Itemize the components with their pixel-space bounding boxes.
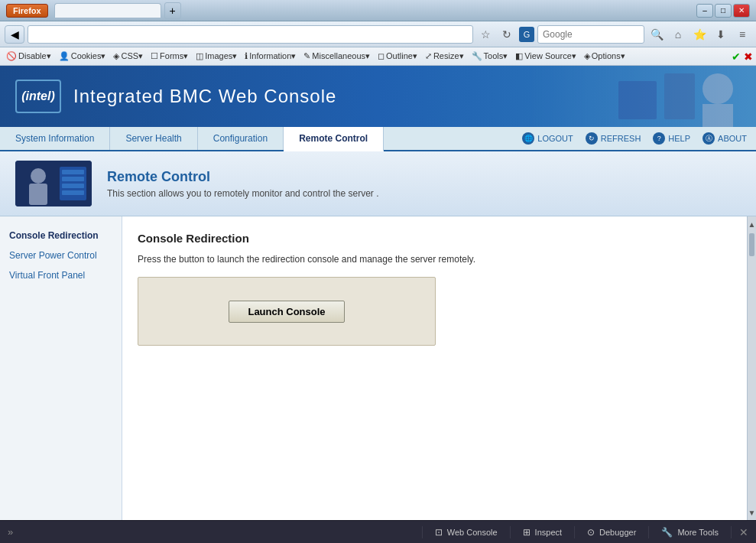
checkmark-green-icon: ✔ xyxy=(732,50,741,63)
bookmarks-button[interactable]: ⭐ xyxy=(690,25,709,44)
toolbar-view-source[interactable]: ◧ View Source▾ xyxy=(512,50,579,62)
page-header-text: Remote Control This section allows you t… xyxy=(107,169,379,199)
browser-tab[interactable] xyxy=(54,3,161,18)
resize-icon: ⤢ xyxy=(425,51,432,61)
scroll-track[interactable] xyxy=(748,258,756,505)
scroll-thumb[interactable] xyxy=(749,233,754,256)
status-tool-web-console[interactable]: ⊡ Web Console xyxy=(422,526,510,538)
tab-configuration[interactable]: Configuration xyxy=(198,127,284,150)
svg-rect-12 xyxy=(62,190,84,195)
about-action[interactable]: Ⓐ ABOUT xyxy=(702,132,747,145)
downloads-button[interactable]: ⬇ xyxy=(712,25,730,44)
minimize-button[interactable]: – xyxy=(696,4,713,18)
toolbar-cookies[interactable]: 👤 Cookies▾ xyxy=(56,50,109,62)
page-header-icon xyxy=(15,161,92,206)
web-console-icon: ⊡ xyxy=(435,527,443,538)
nav-tabs: System Information Server Health Configu… xyxy=(0,127,756,151)
page-description: This section allows you to remotely moni… xyxy=(107,188,379,199)
bmc-title: Integrated BMC Web Console xyxy=(73,86,336,107)
outline-icon: ◻ xyxy=(378,51,384,61)
scroll-down-button[interactable]: ▼ xyxy=(748,505,756,520)
nav-tab-actions: 🌐 LOGOUT ↻ REFRESH ? HELP Ⓐ ABOUT xyxy=(522,127,756,150)
about-icon: Ⓐ xyxy=(702,132,715,145)
back-button[interactable]: ◀ xyxy=(5,25,24,44)
toolbar-images[interactable]: ◫ Images▾ xyxy=(193,50,240,62)
tab-title-input[interactable] xyxy=(61,6,153,15)
tab-remote-control[interactable]: Remote Control xyxy=(284,127,384,151)
svg-rect-11 xyxy=(62,184,84,188)
toolbar-tools[interactable]: 🔧 Tools▾ xyxy=(469,50,511,62)
toolbar-outline[interactable]: ◻ Outline▾ xyxy=(375,50,420,62)
main-wrapper: (intel) Integrated BMC Web Console Syste… xyxy=(0,66,756,520)
help-action[interactable]: ? HELP xyxy=(653,132,690,145)
logout-action[interactable]: 🌐 LOGOUT xyxy=(522,132,573,145)
section-title: Console Redirection xyxy=(138,232,732,245)
toolbar-miscellaneous[interactable]: ✎ Miscellaneous▾ xyxy=(300,50,373,62)
status-close-button[interactable]: ✕ xyxy=(731,526,756,538)
title-bar: Firefox + – □ ✕ xyxy=(0,0,756,21)
url-input[interactable] xyxy=(28,25,473,44)
svg-point-6 xyxy=(31,168,46,184)
status-tool-more-tools[interactable]: 🔧 More Tools xyxy=(648,526,731,538)
svg-rect-7 xyxy=(29,184,47,205)
options-icon: ◈ xyxy=(584,51,590,61)
sidebar-item-console-redirection[interactable]: Console Redirection xyxy=(0,226,122,245)
inspect-icon: ⊞ xyxy=(523,527,530,538)
new-tab-button[interactable]: + xyxy=(164,2,181,19)
debugger-icon: ⊙ xyxy=(587,527,595,538)
status-tool-inspect[interactable]: ⊞ Inspect xyxy=(510,526,574,538)
scrollbar[interactable]: ▲ ▼ xyxy=(747,216,756,520)
menu-button[interactable]: ≡ xyxy=(733,25,751,44)
page-header: Remote Control This section allows you t… xyxy=(0,151,756,216)
search-input[interactable] xyxy=(537,25,644,44)
search-engine-icon: G xyxy=(519,27,534,42)
toolbar-checkmarks: ✔ ✖ xyxy=(732,50,753,63)
tab-system-information[interactable]: System Information xyxy=(0,127,110,150)
svg-point-1 xyxy=(702,73,733,104)
help-icon: ? xyxy=(653,132,665,145)
forms-icon: ☐ xyxy=(151,51,158,61)
status-tool-debugger[interactable]: ⊙ Debugger xyxy=(574,526,648,538)
scroll-up-button[interactable]: ▲ xyxy=(748,216,756,232)
status-bar: » ⊡ Web Console ⊞ Inspect ⊙ Debugger 🔧 M… xyxy=(0,520,756,543)
disable-icon: 🚫 xyxy=(6,51,17,61)
checkmark-red-icon: ✖ xyxy=(744,50,753,63)
more-tools-icon: 🔧 xyxy=(661,527,673,538)
refresh-icon[interactable]: ↻ xyxy=(498,25,516,44)
toolbar-forms[interactable]: ☐ Forms▾ xyxy=(148,50,191,62)
firefox-menu-button[interactable]: Firefox xyxy=(6,4,48,18)
toolbar-css[interactable]: ◈ CSS▾ xyxy=(110,50,146,62)
close-button[interactable]: ✕ xyxy=(733,4,750,18)
maximize-button[interactable]: □ xyxy=(715,4,732,18)
navigation-bar: ◀ ☆ ↻ G 🔍 ⌂ ⭐ ⬇ ≡ xyxy=(0,21,756,47)
section-description: Press the button to launch the redirecti… xyxy=(138,254,732,265)
information-icon: ℹ xyxy=(245,51,248,61)
sidebar: Console Redirection Server Power Control… xyxy=(0,216,122,520)
bmc-header: (intel) Integrated BMC Web Console xyxy=(0,66,756,127)
header-background-image xyxy=(527,66,756,127)
css-icon: ◈ xyxy=(113,51,119,61)
refresh-action[interactable]: ↻ REFRESH xyxy=(586,132,641,145)
images-icon: ◫ xyxy=(196,51,203,61)
bookmark-icon[interactable]: ☆ xyxy=(476,25,495,44)
logout-icon: 🌐 xyxy=(522,132,534,145)
toolbar-resize[interactable]: ⤢ Resize▾ xyxy=(422,50,467,62)
svg-rect-4 xyxy=(618,81,657,119)
home-button[interactable]: ⌂ xyxy=(669,25,687,44)
tab-server-health[interactable]: Server Health xyxy=(110,127,197,150)
search-button[interactable]: 🔍 xyxy=(647,25,666,44)
dev-toolbar: 🚫 Disable▾ 👤 Cookies▾ ◈ CSS▾ ☐ Forms▾ ◫ … xyxy=(0,47,756,66)
tools-icon: 🔧 xyxy=(472,51,482,61)
sidebar-item-virtual-front-panel[interactable]: Virtual Front Panel xyxy=(0,265,122,285)
view-source-icon: ◧ xyxy=(515,51,523,61)
svg-rect-2 xyxy=(702,104,733,127)
toolbar-options[interactable]: ◈ Options▾ xyxy=(581,50,628,62)
launch-console-button[interactable]: Launch Console xyxy=(229,301,344,323)
toolbar-disable[interactable]: 🚫 Disable▾ xyxy=(3,50,54,62)
content-layout: Console Redirection Server Power Control… xyxy=(0,216,756,520)
status-left[interactable]: » xyxy=(0,526,21,538)
refresh-nav-icon: ↻ xyxy=(586,132,598,145)
window-controls: – □ ✕ xyxy=(696,4,750,18)
sidebar-item-server-power-control[interactable]: Server Power Control xyxy=(0,245,122,265)
toolbar-information[interactable]: ℹ Information▾ xyxy=(242,50,299,62)
